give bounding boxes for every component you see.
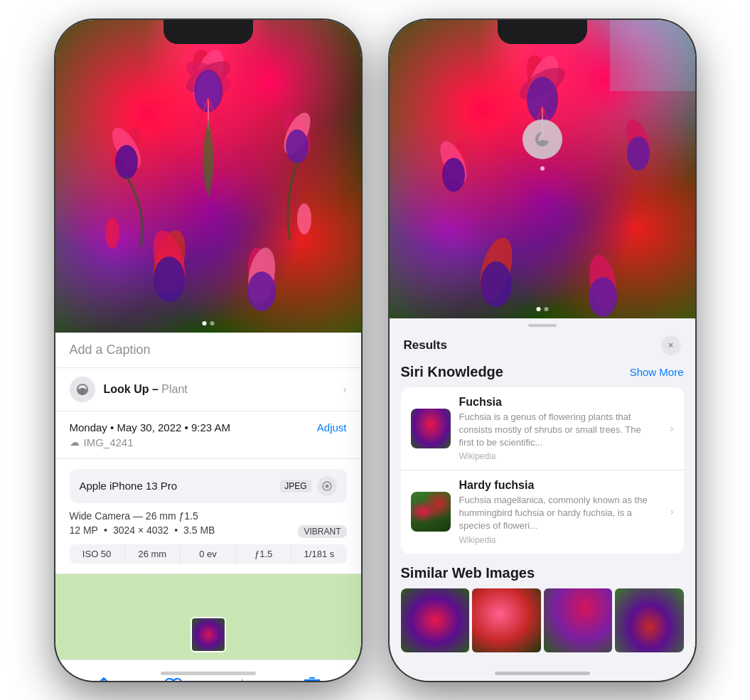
results-title: Results <box>404 338 447 352</box>
lookup-icon <box>70 377 95 402</box>
svg-point-42 <box>627 136 650 171</box>
siri-knowledge-header: Siri Knowledge Show More <box>401 364 684 380</box>
camera-badges: JPEG <box>280 476 336 496</box>
camera-header: Apple iPhone 13 Pro JPEG <box>70 469 347 503</box>
exif-iso: ISO 50 <box>70 544 125 564</box>
dot-right-1 <box>536 307 540 311</box>
filename-row: ☁ IMG_4241 <box>70 436 347 448</box>
show-more-button[interactable]: Show More <box>630 366 684 378</box>
hardy-thumb-img <box>411 492 451 532</box>
home-indicator-left <box>161 672 256 675</box>
flower-photo-left[interactable] <box>55 20 361 333</box>
siri-knowledge-title: Siri Knowledge <box>401 364 503 380</box>
close-button[interactable]: × <box>661 335 681 355</box>
dot-1 <box>202 321 206 325</box>
date-section: Monday • May 30, 2022 • 9:23 AM Adjust ☁… <box>55 411 361 459</box>
hardy-thumbnail <box>411 492 451 532</box>
bottom-toolbar: i <box>55 659 361 681</box>
knowledge-item-fuchsia[interactable]: Fuchsia Fuchsia is a genus of flowering … <box>401 387 684 471</box>
specs-res: 3024 × 4032 <box>113 524 168 536</box>
share-icon <box>95 677 112 681</box>
specs-sep-2: • <box>174 524 178 536</box>
lookup-row[interactable]: Look Up – Plant › <box>55 368 361 411</box>
hardy-name: Hardy fuchsia <box>459 479 659 492</box>
fuchsia-name: Fuchsia <box>459 396 659 409</box>
hardy-description: Fuchsia magellanica, commonly known as t… <box>459 494 659 533</box>
phone-notch <box>164 20 253 44</box>
fuchsia-chevron-icon: › <box>670 422 673 435</box>
svg-point-24 <box>325 484 328 488</box>
fuchsia-description: Fuchsia is a genus of flowering plants t… <box>459 411 659 450</box>
phone-notch-right <box>498 20 587 44</box>
camera-settings-icon[interactable] <box>317 476 337 496</box>
dot-2 <box>210 321 214 325</box>
svg-point-40 <box>442 158 465 192</box>
map-thumb-flower-bg <box>192 618 225 651</box>
info-sparkle-icon: i <box>233 677 252 681</box>
map-thumbnail-photo <box>191 617 226 652</box>
svg-point-44 <box>481 262 512 307</box>
dot-right-2 <box>544 307 548 311</box>
knowledge-card: Fuchsia Fuchsia is a genus of flowering … <box>401 387 684 554</box>
exif-ev: 0 ev <box>181 544 236 564</box>
fuchsia-source: Wikipedia <box>459 451 659 461</box>
similar-section-title: Similar Web Images <box>401 565 684 581</box>
camera-detail-text: Wide Camera — 26 mm ƒ1.5 <box>70 510 347 522</box>
photo-dots-right <box>536 307 548 311</box>
photo-dots-left <box>202 321 214 325</box>
caption-placeholder[interactable]: Add a Caption <box>70 343 151 357</box>
siri-visual-icon[interactable] <box>523 119 562 159</box>
vibrant-badge: VIBRANT <box>298 525 346 538</box>
filename-text: IMG_4241 <box>84 436 134 448</box>
cloud-icon: ☁ <box>70 436 80 448</box>
fuchsia-thumbnail <box>411 409 451 448</box>
exif-aperture: ƒ1.5 <box>236 544 291 564</box>
hardy-text: Hardy fuchsia Fuchsia magellanica, commo… <box>459 479 659 545</box>
similar-section: Similar Web Images <box>401 565 684 652</box>
results-content: Siri Knowledge Show More Fuchsia Fuchsia… <box>390 364 695 681</box>
similar-image-3[interactable] <box>544 588 613 652</box>
flower-svg-left <box>55 20 361 333</box>
svg-point-21 <box>105 217 119 249</box>
lookup-text: Look Up – Plant <box>104 383 188 396</box>
fuchsia-thumb-img <box>411 409 451 448</box>
camera-model-text: Apple iPhone 13 Pro <box>80 480 178 492</box>
siri-leaf-icon <box>532 129 552 149</box>
left-phone: Add a Caption Look Up – Plant › <box>55 20 361 681</box>
map-preview[interactable] <box>55 574 361 659</box>
flower-photo-right[interactable] <box>390 20 695 318</box>
adjust-button[interactable]: Adjust <box>317 421 347 434</box>
home-indicator-right <box>495 672 590 675</box>
exif-shutter: 1/181 s <box>291 544 346 564</box>
similar-image-2[interactable] <box>472 588 541 652</box>
left-phone-screen: Add a Caption Look Up – Plant › <box>55 20 361 681</box>
similar-image-4[interactable] <box>615 588 684 652</box>
svg-point-20 <box>247 271 276 311</box>
results-panel: Results × Siri Knowledge Show More <box>390 318 695 681</box>
camera-section: Apple iPhone 13 Pro JPEG Wide Camera <box>55 459 361 574</box>
specs-sep-1: • <box>104 524 107 536</box>
specs-size: 3.5 MB <box>183 524 215 536</box>
hardy-chevron-icon: › <box>670 505 673 518</box>
camera-specs-row: 12 MP • 3024 × 4032 • 3.5 MB VIBRANT <box>70 524 347 539</box>
share-button[interactable] <box>88 670 119 681</box>
delete-button[interactable] <box>296 670 328 681</box>
svg-point-17 <box>154 257 185 302</box>
svg-point-46 <box>589 277 617 317</box>
date-text: Monday • May 30, 2022 • 9:23 AM <box>70 421 230 434</box>
trash-icon <box>304 677 320 681</box>
results-header: Results × <box>390 327 695 364</box>
knowledge-item-hardy[interactable]: Hardy fuchsia Fuchsia magellanica, commo… <box>401 470 684 554</box>
similar-image-1[interactable] <box>401 588 470 652</box>
similar-images-row <box>401 588 684 652</box>
file-format-badge: JPEG <box>280 480 311 492</box>
exif-focal: 26 mm <box>125 544 181 564</box>
svg-rect-47 <box>610 20 695 91</box>
svg-point-11 <box>115 145 138 179</box>
settings-circle-icon <box>321 480 333 492</box>
caption-section[interactable]: Add a Caption <box>55 333 361 368</box>
date-row: Monday • May 30, 2022 • 9:23 AM Adjust <box>70 421 347 434</box>
right-phone: Results × Siri Knowledge Show More <box>390 20 695 681</box>
left-info-panel: Add a Caption Look Up – Plant › <box>55 333 361 681</box>
svg-point-22 <box>297 203 311 235</box>
